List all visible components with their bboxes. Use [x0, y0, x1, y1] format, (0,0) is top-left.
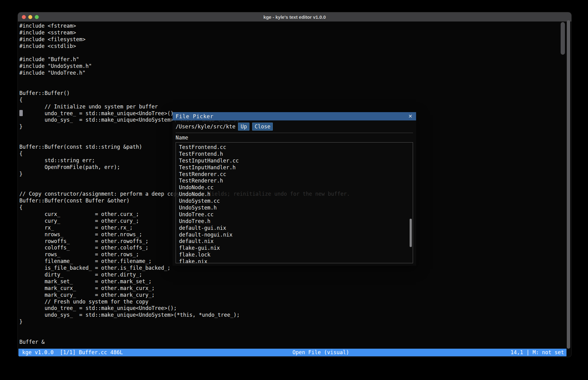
code-line[interactable]: [19, 50, 571, 57]
code-line[interactable]: #include <cstdlib>: [19, 43, 571, 50]
app-window: kge - kyle's text editor v1.0.0 #include…: [18, 12, 571, 357]
list-item[interactable]: UndoNode.cc: [179, 184, 413, 191]
list-item[interactable]: TestRenderer.cc: [179, 171, 413, 178]
code-line[interactable]: dirty_ = other.dirty_;: [19, 272, 571, 278]
code-line[interactable]: #include <fstream>: [19, 23, 571, 29]
code-line[interactable]: mark_cury_ = other.mark_cury_;: [19, 292, 571, 299]
file-picker-dialog: File Picker ✕ /Users/kyle/src/kte Up Clo…: [173, 112, 416, 266]
code-line[interactable]: undo_sys_ = std::make_unique<UndoSystem>…: [19, 312, 571, 319]
list-item[interactable]: UndoSystem.cc: [179, 198, 413, 205]
code-line[interactable]: Buffer::Buffer(): [19, 90, 571, 97]
list-item[interactable]: default-gui.nix: [179, 225, 413, 232]
window-scrollbar[interactable]: [567, 20, 570, 349]
window-titlebar[interactable]: kge - kyle's text editor v1.0.0: [18, 12, 571, 22]
list-item[interactable]: UndoSystem.h: [179, 205, 413, 211]
file-list-items: TestFrontend.cc TestFrontend.h TestInput…: [179, 144, 413, 263]
file-list-scrollbar-thumb[interactable]: [410, 219, 412, 247]
status-bar: kge v1.0.0 [1/1] Buffer.cc 486L Open Fil…: [18, 349, 566, 356]
list-item[interactable]: flake-gui.nix: [179, 245, 413, 252]
close-icon[interactable]: ✕: [408, 113, 412, 119]
list-item[interactable]: TestRenderer.h: [179, 178, 413, 184]
code-line[interactable]: is_file_backed_ = other.is_file_backed_;: [19, 265, 571, 272]
name-column-label: Name: [176, 135, 188, 141]
code-line[interactable]: {: [19, 97, 571, 104]
list-item[interactable]: TestFrontend.cc: [179, 144, 413, 151]
file-list[interactable]: TestFrontend.cc TestFrontend.h TestInput…: [176, 142, 413, 263]
list-item[interactable]: flake.nix: [179, 258, 413, 263]
code-line[interactable]: Buffer &: [19, 339, 571, 346]
file-picker-body: /Users/kyle/src/kte Up Close Name TestFr…: [173, 120, 416, 266]
status-file-info: kge v1.0.0 [1/1] Buffer.cc 486L: [22, 349, 123, 356]
text-cursor: [19, 110, 23, 116]
code-line[interactable]: #include "UndoSystem.h": [19, 63, 571, 70]
code-line[interactable]: #include "UndoTree.h": [19, 70, 571, 76]
list-item[interactable]: UndoTree.h: [179, 218, 413, 225]
code-line[interactable]: [19, 76, 571, 83]
code-line[interactable]: mark_set_ = other.mark_set_;: [19, 278, 571, 285]
list-item[interactable]: default-nogui.nix: [179, 232, 413, 238]
code-line[interactable]: #include <sstream>: [19, 29, 571, 36]
code-line[interactable]: #include <filesystem>: [19, 36, 571, 43]
list-item[interactable]: TestInputHandler.h: [179, 164, 413, 171]
list-item[interactable]: UndoNode.h: [179, 191, 413, 198]
code-line[interactable]: // Initialize undo system per buffer: [19, 104, 571, 110]
list-item[interactable]: TestInputHandler.cc: [179, 158, 413, 164]
code-line[interactable]: [19, 83, 571, 90]
column-header: Name: [176, 133, 413, 142]
list-item[interactable]: flake.lock: [179, 252, 413, 258]
code-line[interactable]: // Fresh undo system for the copy: [19, 299, 571, 305]
list-item[interactable]: UndoTree.cc: [179, 211, 413, 218]
code-line[interactable]: mark_curx_ = other.mark_curx_;: [19, 285, 571, 292]
code-line[interactable]: }: [19, 319, 571, 325]
current-path: /Users/kyle/src/kte: [176, 123, 235, 130]
file-picker-titlebar[interactable]: File Picker ✕: [173, 112, 416, 120]
list-item[interactable]: default.nix: [179, 238, 413, 245]
up-button[interactable]: Up: [238, 123, 249, 131]
status-mode: Open File (visual): [292, 349, 349, 356]
code-line[interactable]: undo_tree_ = std::make_unique<UndoTree>(…: [19, 305, 571, 312]
window-title: kge - kyle's text editor v1.0.0: [18, 14, 571, 20]
path-row: /Users/kyle/src/kte Up Close: [176, 120, 413, 133]
close-button[interactable]: Close: [252, 123, 273, 131]
status-cursor-position: 14,1 | M: not set: [511, 349, 564, 356]
editor-scrollbar-thumb[interactable]: [561, 22, 565, 55]
list-item[interactable]: TestFrontend.h: [179, 151, 413, 158]
code-line[interactable]: #include "Buffer.h": [19, 56, 571, 63]
file-picker-title: File Picker: [176, 113, 214, 119]
code-line[interactable]: [19, 332, 571, 339]
code-line[interactable]: [19, 325, 571, 332]
